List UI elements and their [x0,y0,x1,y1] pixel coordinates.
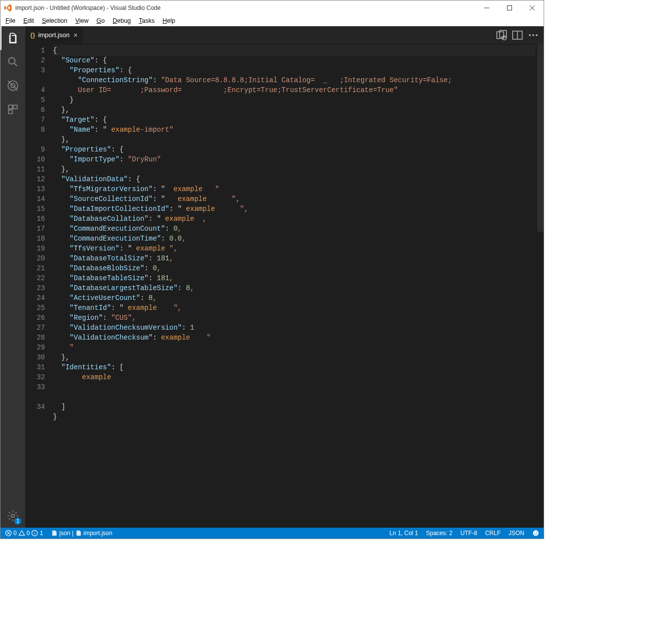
file-icon [75,530,82,537]
close-tab-icon[interactable]: × [74,31,78,39]
svg-point-18 [534,532,535,533]
json-icon: {} [30,31,35,39]
title-bar: import.json - Untitled (Workspace) - Vis… [0,0,544,15]
menu-selection[interactable]: Selection [38,16,71,25]
file-icon [51,530,58,537]
menu-bar: File Edit Selection View Go Debug Tasks … [0,15,544,26]
menu-go[interactable]: Go [93,16,109,25]
svg-rect-6 [8,110,12,114]
svg-rect-4 [8,105,12,109]
svg-point-12 [529,34,531,36]
minimize-button[interactable] [475,0,498,15]
activity-bar: 1 [0,26,25,528]
window-title: import.json - Untitled (Workspace) - Vis… [15,4,475,11]
minimap[interactable] [535,44,544,528]
explorer-icon[interactable] [0,26,25,50]
svg-point-7 [11,514,15,518]
line-number-gutter: 1234567891011121314151617181920212223242… [25,44,53,528]
menu-view[interactable]: View [71,16,93,25]
svg-rect-5 [13,105,17,109]
svg-point-1 [8,57,15,64]
more-actions-icon[interactable] [528,30,539,41]
status-problems[interactable]: 0 0 1 [3,530,45,537]
warning-icon [18,530,25,537]
svg-point-13 [532,34,534,36]
close-button[interactable] [521,0,544,15]
menu-debug[interactable]: Debug [109,16,135,25]
extensions-icon[interactable] [0,98,25,121]
status-encoding[interactable]: UTF-8 [459,530,479,537]
error-icon [5,530,12,537]
tab-import-json[interactable]: {} import.json × [25,26,83,44]
search-icon[interactable] [0,50,25,74]
tab-label: import.json [38,31,70,39]
svg-point-19 [536,532,537,533]
status-language[interactable]: JSON [507,530,526,537]
status-path[interactable]: json | import.json [49,530,114,537]
status-feedback-icon[interactable] [531,530,541,537]
status-bar: 0 0 1 json | import.json Ln 1, Col 1 Spa… [0,528,544,539]
menu-tasks[interactable]: Tasks [135,16,159,25]
info-icon [31,530,38,537]
vscode-logo [3,3,12,12]
maximize-button[interactable] [498,0,521,15]
settings-badge: 1 [14,518,21,525]
status-eol[interactable]: CRLF [484,530,502,537]
svg-point-14 [536,34,538,36]
minimap-thumb[interactable] [537,44,544,232]
settings-gear-icon[interactable]: 1 [0,504,25,528]
svg-point-10 [502,36,506,40]
debug-icon[interactable] [0,74,25,98]
code-editor[interactable]: 1234567891011121314151617181920212223242… [25,44,544,528]
compare-changes-icon[interactable] [496,30,507,41]
status-indent[interactable]: Spaces: 2 [424,530,454,537]
editor-group: {} import.json × 12345678910111213141516… [25,26,544,528]
tab-bar: {} import.json × [25,26,544,44]
menu-edit[interactable]: Edit [19,16,38,25]
status-cursor[interactable]: Ln 1, Col 1 [388,530,419,537]
svg-point-17 [533,530,538,536]
menu-help[interactable]: Help [159,16,180,25]
editor-actions [491,26,544,44]
menu-file[interactable]: File [1,16,19,25]
svg-rect-0 [508,6,512,10]
code-area[interactable]: { "Source": { "Properties": { "Connectio… [53,44,535,528]
split-editor-icon[interactable] [512,30,523,41]
